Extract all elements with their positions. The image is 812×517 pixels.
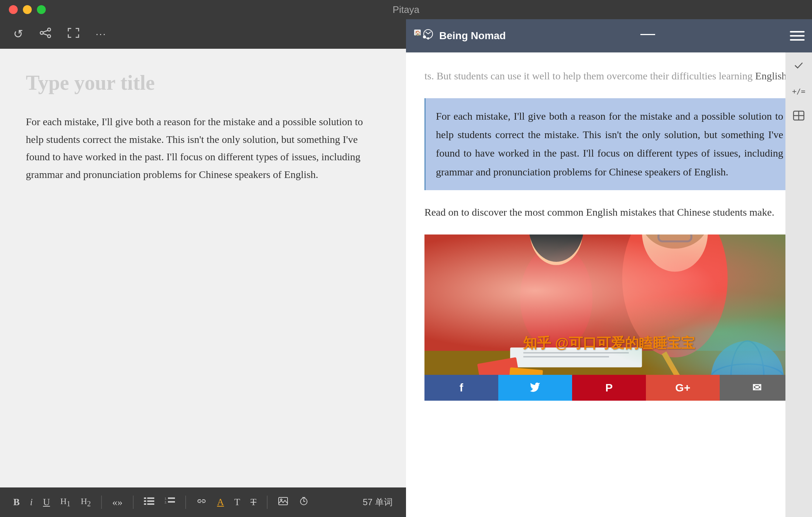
- check-icon[interactable]: [793, 60, 804, 73]
- googleplus-share-button[interactable]: G+: [646, 375, 720, 401]
- social-share-bar: f P G+ ✉: [424, 375, 794, 401]
- svg-point-32: [641, 234, 709, 249]
- editor-content-area[interactable]: Type your title For each mistake, I'll g…: [0, 49, 406, 487]
- read-on-text: Read on to discover the most common Engl…: [424, 203, 794, 221]
- svg-point-44: [731, 341, 764, 375]
- toolbar-divider-3: [185, 496, 186, 509]
- svg-point-26: [427, 37, 429, 40]
- intro-partial: ts. But students can use it well to help…: [424, 70, 755, 82]
- browser-header: 🏠 Being Nomad: [406, 19, 812, 52]
- list-bullet-button[interactable]: [144, 497, 154, 508]
- svg-text:🏠: 🏠: [415, 30, 421, 36]
- svg-rect-46: [508, 367, 543, 374]
- english-word: English: [755, 70, 787, 82]
- svg-point-25: [423, 35, 426, 38]
- toolbar-divider-2: [133, 496, 134, 509]
- editor-panel: ↺ ··· Typ: [0, 19, 406, 517]
- main-area: ↺ ··· Typ: [0, 19, 812, 517]
- svg-point-1: [40, 31, 43, 34]
- editor-top-toolbar: ↺ ···: [0, 19, 406, 49]
- svg-line-4: [43, 34, 48, 35]
- svg-line-3: [43, 30, 48, 32]
- svg-point-35: [530, 234, 583, 265]
- traffic-lights: [9, 5, 46, 14]
- svg-rect-5: [144, 497, 146, 499]
- svg-rect-10: [147, 503, 154, 505]
- svg-rect-12: [168, 497, 175, 499]
- svg-point-43: [711, 364, 784, 374]
- share-icon[interactable]: [39, 27, 51, 41]
- svg-rect-45: [477, 357, 521, 375]
- svg-text:1.: 1.: [165, 497, 167, 500]
- email-share-button[interactable]: ✉: [720, 375, 794, 401]
- list-number-button[interactable]: 1. 2.: [165, 497, 175, 508]
- toolbar-divider-4: [267, 496, 268, 509]
- svg-rect-14: [168, 501, 175, 503]
- right-sidebar: +/=: [785, 52, 812, 517]
- svg-rect-33: [658, 234, 691, 242]
- svg-line-24: [428, 32, 431, 34]
- titlebar: Pitaya: [0, 0, 812, 19]
- blog-logo: 🏠 Being Nomad: [413, 27, 506, 45]
- svg-rect-9: [144, 503, 146, 505]
- close-button[interactable]: [9, 5, 18, 14]
- underline-button[interactable]: U: [43, 497, 50, 508]
- svg-rect-41: [523, 356, 609, 357]
- clear-format-button[interactable]: T: [251, 497, 257, 508]
- svg-point-36: [529, 234, 584, 262]
- article-image: 知乎 @可口可爱的瞌睡宝宝: [424, 234, 794, 375]
- pinterest-share-button[interactable]: P: [572, 375, 646, 401]
- image-button[interactable]: [278, 497, 288, 508]
- toolbar-divider-1: [101, 496, 102, 509]
- text-button[interactable]: T: [234, 497, 240, 508]
- svg-rect-28: [655, 234, 794, 375]
- article-intro-text: ts. But students can use it well to help…: [424, 67, 794, 85]
- highlight-button[interactable]: A: [217, 497, 224, 508]
- svg-point-17: [281, 499, 282, 500]
- svg-rect-27: [424, 234, 794, 375]
- maximize-button[interactable]: [37, 5, 46, 14]
- image-watermark: 知乎 @可口可爱的瞌睡宝宝: [523, 334, 695, 353]
- browser-content[interactable]: ts. But students can use it well to help…: [406, 52, 812, 517]
- logo-icon: 🏠: [413, 27, 436, 45]
- minimize-button[interactable]: [23, 5, 32, 14]
- svg-point-0: [48, 28, 51, 31]
- svg-text:2.: 2.: [165, 501, 167, 504]
- editor-title-placeholder[interactable]: Type your title: [26, 71, 380, 95]
- svg-rect-6: [147, 497, 154, 499]
- more-icon[interactable]: ···: [96, 28, 106, 40]
- svg-point-42: [711, 341, 784, 375]
- svg-rect-7: [144, 500, 146, 502]
- h1-button[interactable]: H1: [60, 496, 70, 508]
- word-count[interactable]: 57 单词: [363, 496, 393, 508]
- svg-rect-29: [424, 351, 794, 375]
- editor-body-text[interactable]: For each mistake, I'll give both a reaso…: [26, 113, 380, 183]
- highlighted-paragraph: For each mistake, I'll give both a reaso…: [424, 98, 794, 191]
- svg-rect-8: [147, 500, 154, 502]
- svg-rect-47: [662, 352, 693, 375]
- svg-point-2: [48, 35, 51, 38]
- formula-icon[interactable]: +/=: [792, 87, 805, 96]
- refresh-icon[interactable]: ↺: [13, 27, 23, 41]
- bold-button[interactable]: B: [13, 497, 20, 508]
- h2-button[interactable]: H2: [81, 496, 91, 508]
- app-title: Pitaya: [393, 4, 419, 16]
- svg-rect-16: [279, 497, 288, 505]
- facebook-share-button[interactable]: f: [424, 375, 498, 401]
- quote-button[interactable]: «»: [112, 496, 123, 508]
- browser-panel: 🏠 Being Nomad: [406, 19, 812, 517]
- article-image-svg: [424, 234, 794, 375]
- fullscreen-icon[interactable]: [68, 27, 79, 41]
- logo-text: Being Nomad: [439, 30, 506, 42]
- format-toolbar: B i U H1 H2 «» 1. 2.: [0, 487, 406, 517]
- timer-button[interactable]: [299, 497, 309, 508]
- svg-point-31: [642, 234, 708, 272]
- hamburger-menu[interactable]: [790, 31, 805, 41]
- link-button[interactable]: [196, 497, 207, 508]
- twitter-share-button[interactable]: [498, 375, 572, 401]
- svg-line-23: [426, 32, 428, 34]
- translate-icon[interactable]: [792, 109, 805, 125]
- italic-button[interactable]: i: [30, 497, 32, 508]
